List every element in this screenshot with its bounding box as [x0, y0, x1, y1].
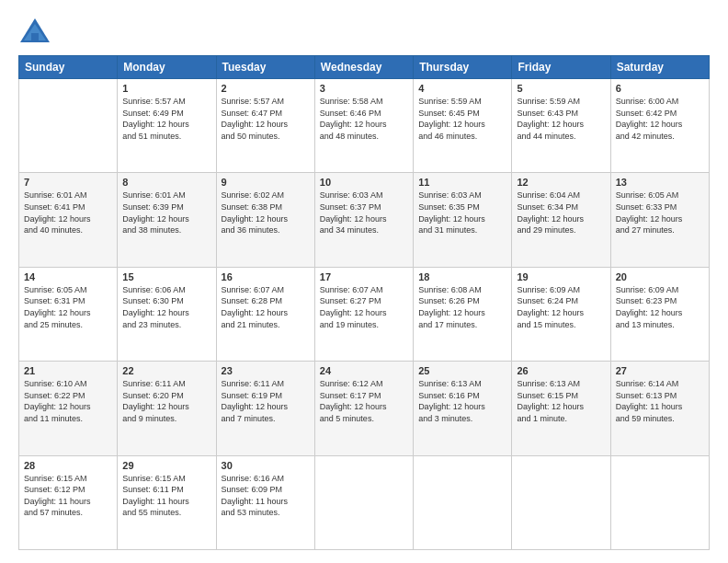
- day-cell: 27Sunrise: 6:14 AM Sunset: 6:13 PM Dayli…: [610, 362, 709, 455]
- day-number: 25: [418, 365, 506, 376]
- day-cell: 25Sunrise: 6:13 AM Sunset: 6:16 PM Dayli…: [414, 362, 512, 455]
- header-saturday: Saturday: [610, 56, 709, 79]
- day-number: 28: [24, 460, 112, 471]
- day-number: 22: [122, 365, 210, 376]
- day-number: 12: [517, 177, 605, 188]
- day-cell: [19, 79, 118, 173]
- day-cell: 23Sunrise: 6:11 AM Sunset: 6:19 PM Dayli…: [216, 362, 314, 455]
- day-cell: 20Sunrise: 6:09 AM Sunset: 6:23 PM Dayli…: [610, 267, 709, 361]
- svg-rect-2: [31, 33, 39, 42]
- day-info: Sunrise: 6:16 AM Sunset: 6:09 PM Dayligh…: [222, 473, 310, 519]
- day-number: 5: [517, 83, 605, 94]
- header-wednesday: Wednesday: [314, 56, 413, 79]
- day-cell: 16Sunrise: 6:07 AM Sunset: 6:28 PM Dayli…: [216, 267, 314, 361]
- day-number: 8: [122, 177, 210, 188]
- day-info: Sunrise: 6:05 AM Sunset: 6:31 PM Dayligh…: [24, 284, 112, 330]
- day-number: 6: [616, 83, 704, 94]
- day-info: Sunrise: 6:00 AM Sunset: 6:42 PM Dayligh…: [616, 96, 704, 142]
- day-info: Sunrise: 5:57 AM Sunset: 6:49 PM Dayligh…: [122, 96, 210, 142]
- day-number: 20: [616, 271, 704, 282]
- day-info: Sunrise: 6:06 AM Sunset: 6:30 PM Dayligh…: [122, 284, 210, 330]
- day-info: Sunrise: 6:12 AM Sunset: 6:17 PM Dayligh…: [320, 378, 408, 424]
- day-number: 21: [24, 365, 112, 376]
- day-info: Sunrise: 5:57 AM Sunset: 6:47 PM Dayligh…: [222, 96, 310, 142]
- day-number: 26: [517, 365, 605, 376]
- day-number: 14: [24, 271, 112, 282]
- day-cell: 8Sunrise: 6:01 AM Sunset: 6:39 PM Daylig…: [118, 173, 216, 267]
- day-number: 11: [418, 177, 506, 188]
- header: [18, 17, 710, 46]
- day-cell: 1Sunrise: 5:57 AM Sunset: 6:49 PM Daylig…: [118, 79, 216, 173]
- day-number: 15: [122, 271, 210, 282]
- day-number: 17: [320, 271, 408, 282]
- logo: [18, 17, 55, 46]
- day-cell: 24Sunrise: 6:12 AM Sunset: 6:17 PM Dayli…: [314, 362, 413, 455]
- day-cell: 10Sunrise: 6:03 AM Sunset: 6:37 PM Dayli…: [314, 173, 413, 267]
- day-cell: 9Sunrise: 6:02 AM Sunset: 6:38 PM Daylig…: [216, 173, 314, 267]
- day-cell: 18Sunrise: 6:08 AM Sunset: 6:26 PM Dayli…: [414, 267, 512, 361]
- day-cell: [314, 455, 413, 549]
- day-info: Sunrise: 6:09 AM Sunset: 6:24 PM Dayligh…: [517, 284, 605, 330]
- day-cell: 17Sunrise: 6:07 AM Sunset: 6:27 PM Dayli…: [314, 267, 413, 361]
- header-monday: Monday: [118, 56, 216, 79]
- day-cell: 13Sunrise: 6:05 AM Sunset: 6:33 PM Dayli…: [610, 173, 709, 267]
- day-info: Sunrise: 6:04 AM Sunset: 6:34 PM Dayligh…: [517, 190, 605, 236]
- day-info: Sunrise: 6:15 AM Sunset: 6:11 PM Dayligh…: [122, 473, 210, 519]
- day-cell: 26Sunrise: 6:13 AM Sunset: 6:15 PM Dayli…: [512, 362, 610, 455]
- day-number: 16: [222, 271, 310, 282]
- header-sunday: Sunday: [19, 56, 118, 79]
- day-number: 9: [222, 177, 310, 188]
- day-number: 19: [517, 271, 605, 282]
- day-info: Sunrise: 6:03 AM Sunset: 6:35 PM Dayligh…: [418, 190, 506, 236]
- week-row-4: 21Sunrise: 6:10 AM Sunset: 6:22 PM Dayli…: [19, 362, 710, 455]
- day-number: 27: [616, 365, 704, 376]
- day-info: Sunrise: 5:58 AM Sunset: 6:46 PM Dayligh…: [320, 96, 408, 142]
- calendar: SundayMondayTuesdayWednesdayThursdayFrid…: [18, 55, 710, 550]
- day-info: Sunrise: 6:01 AM Sunset: 6:39 PM Dayligh…: [122, 190, 210, 236]
- day-info: Sunrise: 6:15 AM Sunset: 6:12 PM Dayligh…: [24, 473, 112, 519]
- week-row-2: 7Sunrise: 6:01 AM Sunset: 6:41 PM Daylig…: [19, 173, 710, 267]
- day-info: Sunrise: 6:09 AM Sunset: 6:23 PM Dayligh…: [616, 284, 704, 330]
- page: SundayMondayTuesdayWednesdayThursdayFrid…: [0, 0, 728, 563]
- day-info: Sunrise: 5:59 AM Sunset: 6:43 PM Dayligh…: [517, 96, 605, 142]
- day-info: Sunrise: 5:59 AM Sunset: 6:45 PM Dayligh…: [418, 96, 506, 142]
- day-info: Sunrise: 6:08 AM Sunset: 6:26 PM Dayligh…: [418, 284, 506, 330]
- day-cell: 6Sunrise: 6:00 AM Sunset: 6:42 PM Daylig…: [610, 79, 709, 173]
- day-info: Sunrise: 6:03 AM Sunset: 6:37 PM Dayligh…: [320, 190, 408, 236]
- day-info: Sunrise: 6:10 AM Sunset: 6:22 PM Dayligh…: [24, 378, 112, 424]
- day-number: 24: [320, 365, 408, 376]
- week-row-5: 28Sunrise: 6:15 AM Sunset: 6:12 PM Dayli…: [19, 455, 710, 549]
- day-number: 29: [122, 460, 210, 471]
- day-cell: 22Sunrise: 6:11 AM Sunset: 6:20 PM Dayli…: [118, 362, 216, 455]
- day-number: 30: [222, 460, 310, 471]
- day-number: 7: [24, 177, 112, 188]
- day-cell: 7Sunrise: 6:01 AM Sunset: 6:41 PM Daylig…: [19, 173, 118, 267]
- day-cell: [512, 455, 610, 549]
- day-info: Sunrise: 6:07 AM Sunset: 6:28 PM Dayligh…: [222, 284, 310, 330]
- day-cell: 11Sunrise: 6:03 AM Sunset: 6:35 PM Dayli…: [414, 173, 512, 267]
- day-info: Sunrise: 6:13 AM Sunset: 6:16 PM Dayligh…: [418, 378, 506, 424]
- calendar-header: SundayMondayTuesdayWednesdayThursdayFrid…: [19, 56, 710, 79]
- day-info: Sunrise: 6:13 AM Sunset: 6:15 PM Dayligh…: [517, 378, 605, 424]
- header-tuesday: Tuesday: [216, 56, 314, 79]
- day-cell: 14Sunrise: 6:05 AM Sunset: 6:31 PM Dayli…: [19, 267, 118, 361]
- header-friday: Friday: [512, 56, 610, 79]
- day-number: 4: [418, 83, 506, 94]
- day-cell: 4Sunrise: 5:59 AM Sunset: 6:45 PM Daylig…: [414, 79, 512, 173]
- logo-icon: [18, 17, 51, 46]
- day-number: 2: [222, 83, 310, 94]
- day-cell: 3Sunrise: 5:58 AM Sunset: 6:46 PM Daylig…: [314, 79, 413, 173]
- week-row-1: 1Sunrise: 5:57 AM Sunset: 6:49 PM Daylig…: [19, 79, 710, 173]
- day-number: 23: [222, 365, 310, 376]
- day-cell: 28Sunrise: 6:15 AM Sunset: 6:12 PM Dayli…: [19, 455, 118, 549]
- week-row-3: 14Sunrise: 6:05 AM Sunset: 6:31 PM Dayli…: [19, 267, 710, 361]
- day-info: Sunrise: 6:11 AM Sunset: 6:20 PM Dayligh…: [122, 378, 210, 424]
- calendar-body: 1Sunrise: 5:57 AM Sunset: 6:49 PM Daylig…: [19, 79, 710, 550]
- day-number: 13: [616, 177, 704, 188]
- day-info: Sunrise: 6:02 AM Sunset: 6:38 PM Dayligh…: [222, 190, 310, 236]
- day-cell: 5Sunrise: 5:59 AM Sunset: 6:43 PM Daylig…: [512, 79, 610, 173]
- day-cell: 19Sunrise: 6:09 AM Sunset: 6:24 PM Dayli…: [512, 267, 610, 361]
- day-cell: [610, 455, 709, 549]
- day-info: Sunrise: 6:05 AM Sunset: 6:33 PM Dayligh…: [616, 190, 704, 236]
- day-info: Sunrise: 6:07 AM Sunset: 6:27 PM Dayligh…: [320, 284, 408, 330]
